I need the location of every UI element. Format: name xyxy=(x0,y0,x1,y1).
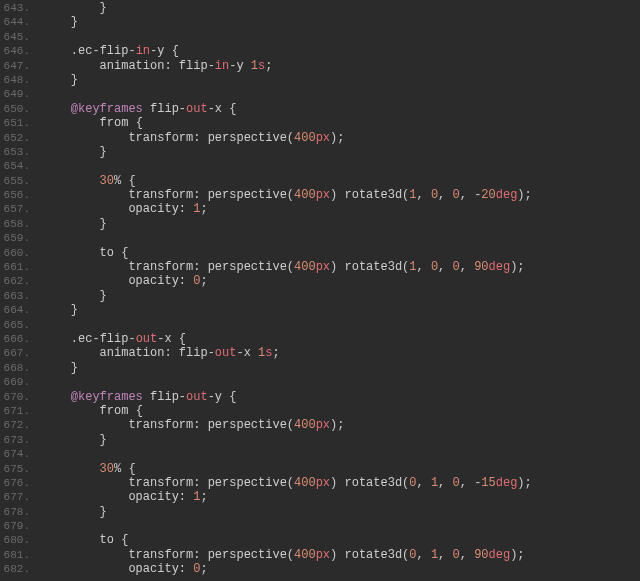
code-line[interactable]: opacity: 0; xyxy=(42,562,640,576)
code-line[interactable]: 30% { xyxy=(42,174,640,188)
code-line[interactable]: } xyxy=(42,361,640,375)
line-number: 681 xyxy=(0,548,36,562)
code-line[interactable]: transform: perspective(400px); xyxy=(42,131,640,145)
line-number: 668 xyxy=(0,361,36,375)
code-line[interactable]: } xyxy=(42,1,640,15)
code-line[interactable] xyxy=(42,318,640,332)
line-number: 669 xyxy=(0,375,36,389)
line-number: 653 xyxy=(0,145,36,159)
code-line[interactable]: .ec-flip-out-x { xyxy=(42,332,640,346)
code-line[interactable] xyxy=(42,87,640,101)
line-number: 647 xyxy=(0,59,36,73)
line-number: 660 xyxy=(0,246,36,260)
code-line[interactable] xyxy=(42,159,640,173)
code-line[interactable]: } xyxy=(42,289,640,303)
line-number: 673 xyxy=(0,433,36,447)
code-line[interactable] xyxy=(42,519,640,533)
line-number: 650 xyxy=(0,102,36,116)
line-number: 658 xyxy=(0,217,36,231)
line-number: 651 xyxy=(0,116,36,130)
code-line[interactable]: transform: perspective(400px) rotate3d(1… xyxy=(42,260,640,274)
line-number: 659 xyxy=(0,231,36,245)
line-number: 674 xyxy=(0,447,36,461)
line-number: 654 xyxy=(0,159,36,173)
code-line[interactable]: } xyxy=(42,145,640,159)
line-number: 661 xyxy=(0,260,36,274)
code-line[interactable]: transform: perspective(400px) rotate3d(1… xyxy=(42,188,640,202)
code-line[interactable]: from { xyxy=(42,116,640,130)
line-number-gutter: 6436446456466476486496506516526536546556… xyxy=(0,0,36,581)
line-number: 648 xyxy=(0,73,36,87)
code-line[interactable]: transform: perspective(400px) rotate3d(0… xyxy=(42,548,640,562)
line-number: 680 xyxy=(0,533,36,547)
line-number: 644 xyxy=(0,15,36,29)
line-number: 666 xyxy=(0,332,36,346)
code-line[interactable]: @keyframes flip-out-x { xyxy=(42,102,640,116)
line-number: 667 xyxy=(0,346,36,360)
code-line[interactable]: opacity: 0; xyxy=(42,274,640,288)
code-line[interactable]: } xyxy=(42,73,640,87)
code-line[interactable]: @keyframes flip-out-y { xyxy=(42,390,640,404)
line-number: 662 xyxy=(0,274,36,288)
code-line[interactable]: 30% { xyxy=(42,462,640,476)
code-line[interactable]: .ec-flip-in-y { xyxy=(42,44,640,58)
code-line[interactable]: opacity: 1; xyxy=(42,202,640,216)
line-number: 643 xyxy=(0,1,36,15)
code-line[interactable]: to { xyxy=(42,533,640,547)
line-number: 649 xyxy=(0,87,36,101)
code-line[interactable]: animation: flip-in-y 1s; xyxy=(42,59,640,73)
code-line[interactable]: } xyxy=(42,505,640,519)
code-line[interactable]: } xyxy=(42,303,640,317)
line-number: 646 xyxy=(0,44,36,58)
line-number: 663 xyxy=(0,289,36,303)
code-line[interactable] xyxy=(42,447,640,461)
code-line[interactable]: transform: perspective(400px) rotate3d(0… xyxy=(42,476,640,490)
code-editor[interactable]: 6436446456466476486496506516526536546556… xyxy=(0,0,640,581)
line-number: 655 xyxy=(0,174,36,188)
line-number: 645 xyxy=(0,30,36,44)
code-line[interactable] xyxy=(42,375,640,389)
line-number: 675 xyxy=(0,462,36,476)
line-number: 671 xyxy=(0,404,36,418)
line-number: 664 xyxy=(0,303,36,317)
line-number: 665 xyxy=(0,318,36,332)
code-line[interactable] xyxy=(42,231,640,245)
line-number: 677 xyxy=(0,490,36,504)
code-line[interactable]: animation: flip-out-x 1s; xyxy=(42,346,640,360)
line-number: 652 xyxy=(0,131,36,145)
code-line[interactable]: from { xyxy=(42,404,640,418)
code-content[interactable]: } } .ec-flip-in-y { animation: flip-in-y… xyxy=(36,0,640,581)
code-line[interactable]: } xyxy=(42,15,640,29)
code-line[interactable]: transform: perspective(400px); xyxy=(42,418,640,432)
code-line[interactable]: opacity: 1; xyxy=(42,490,640,504)
line-number: 682 xyxy=(0,562,36,576)
code-line[interactable]: } xyxy=(42,217,640,231)
line-number: 679 xyxy=(0,519,36,533)
line-number: 670 xyxy=(0,390,36,404)
code-line[interactable] xyxy=(42,30,640,44)
line-number: 657 xyxy=(0,202,36,216)
code-line[interactable]: to { xyxy=(42,246,640,260)
code-line[interactable]: } xyxy=(42,433,640,447)
line-number: 656 xyxy=(0,188,36,202)
line-number: 678 xyxy=(0,505,36,519)
line-number: 672 xyxy=(0,418,36,432)
line-number: 676 xyxy=(0,476,36,490)
